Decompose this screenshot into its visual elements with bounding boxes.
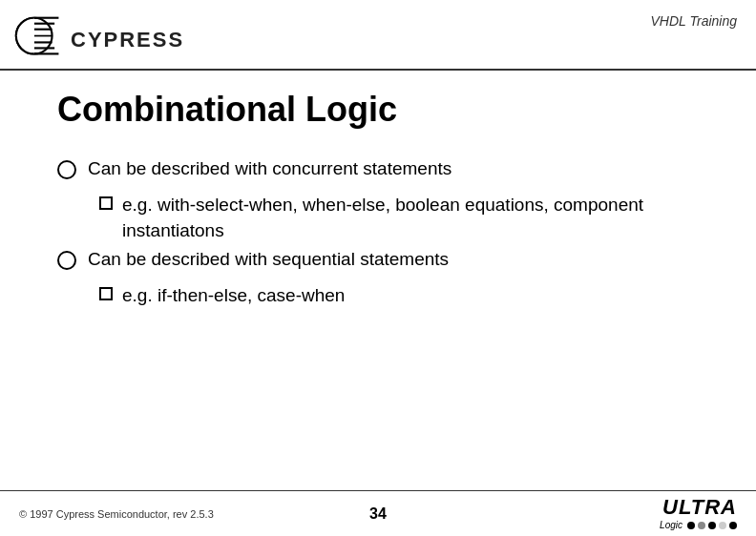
main-content: Combinational Logic Can be described wit… (0, 71, 756, 324)
logo-area: CYPRESS (10, 8, 184, 65)
bullet-text: Can be described with concurrent stateme… (88, 158, 452, 179)
bullet-circle-icon (57, 160, 76, 179)
sub-bullet-list: e.g. if-then-else, case-when (99, 283, 699, 309)
slide: CYPRESS VHDL Training Combinational Logi… (0, 0, 756, 536)
dot-2 (698, 522, 705, 529)
cypress-logo-icon (10, 8, 67, 65)
header: CYPRESS VHDL Training (0, 0, 756, 71)
list-item: Can be described with concurrent stateme… (57, 158, 699, 179)
sub-bullet-text: e.g. if-then-else, case-when (122, 283, 345, 309)
footer-brand: ULTRA Logic (660, 497, 737, 530)
ultra-text: ULTRA (662, 497, 737, 518)
bullet-square-icon (99, 287, 113, 300)
footer-copyright: © 1997 Cypress Semiconductor, rev 2.5.3 (19, 508, 214, 520)
list-item: e.g. if-then-else, case-when (99, 283, 699, 309)
ultra-logic-logo: ULTRA Logic (660, 497, 737, 530)
footer: © 1997 Cypress Semiconductor, rev 2.5.3 … (0, 490, 756, 536)
bullet-text: Can be described with sequential stateme… (88, 249, 449, 270)
slide-title: Combinational Logic (57, 90, 699, 130)
list-item: Can be described with sequential stateme… (57, 249, 699, 270)
dot-1 (687, 522, 695, 529)
bullet-square-icon (99, 196, 113, 210)
bullet-list: Can be described with concurrent stateme… (57, 158, 699, 309)
footer-page-number: 34 (369, 505, 387, 523)
logo-text: CYPRESS (71, 28, 184, 52)
dot-4 (719, 522, 726, 529)
header-title: VHDL Training (650, 13, 737, 29)
dot-3 (708, 522, 716, 529)
dot-5 (729, 522, 737, 529)
logic-dots: Logic (660, 520, 737, 530)
logic-label: Logic (660, 520, 682, 530)
sub-bullet-list: e.g. with-select-when, when-else, boolea… (99, 193, 699, 243)
list-item: e.g. with-select-when, when-else, boolea… (99, 193, 699, 243)
sub-bullet-text: e.g. with-select-when, when-else, boolea… (122, 193, 699, 243)
bullet-circle-icon (57, 251, 76, 270)
